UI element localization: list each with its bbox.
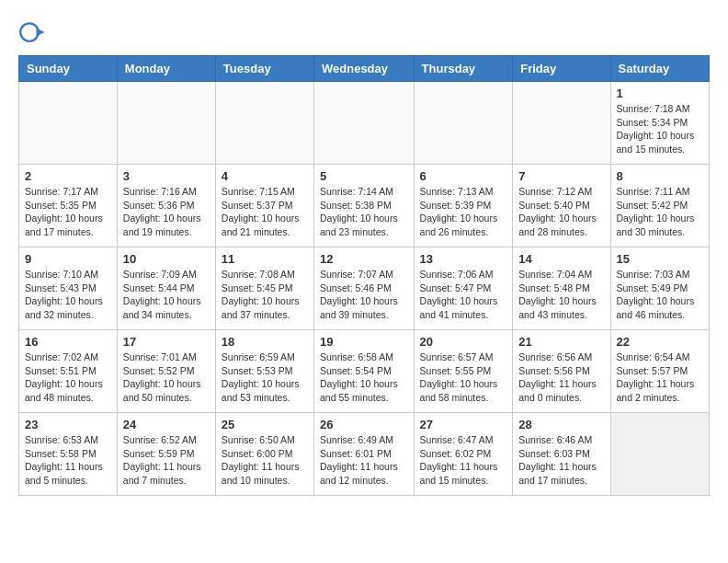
day-info: Sunrise: 7:07 AMSunset: 5:46 PMDaylight:…	[320, 268, 408, 322]
week-row-5: 23Sunrise: 6:53 AMSunset: 5:58 PMDayligh…	[19, 413, 710, 496]
calendar-cell: 7Sunrise: 7:12 AMSunset: 5:40 PMDaylight…	[513, 165, 610, 247]
day-number: 22	[617, 335, 703, 349]
day-number: 9	[25, 252, 111, 266]
calendar-cell: 19Sunrise: 6:58 AMSunset: 5:54 PMDayligh…	[314, 330, 415, 413]
day-info: Sunrise: 7:15 AMSunset: 5:37 PMDaylight:…	[222, 185, 308, 239]
day-info: Sunrise: 7:18 AMSunset: 5:34 PMDaylight:…	[617, 102, 703, 156]
day-number: 19	[320, 335, 408, 349]
calendar-cell: 10Sunrise: 7:09 AMSunset: 5:44 PMDayligh…	[117, 247, 215, 330]
day-number: 7	[518, 169, 604, 183]
day-number: 25	[222, 418, 308, 431]
calendar-cell: 1Sunrise: 7:18 AMSunset: 5:34 PMDaylight…	[610, 82, 709, 165]
day-info: Sunrise: 7:09 AMSunset: 5:44 PMDaylight:…	[123, 268, 210, 322]
day-number: 15	[617, 252, 703, 266]
calendar-cell: 22Sunrise: 6:54 AMSunset: 5:57 PMDayligh…	[610, 330, 709, 413]
calendar-cell	[414, 82, 513, 165]
calendar-cell: 26Sunrise: 6:49 AMSunset: 6:01 PMDayligh…	[314, 413, 415, 496]
svg-marker-1	[37, 29, 45, 37]
calendar-cell: 5Sunrise: 7:14 AMSunset: 5:38 PMDaylight…	[314, 165, 415, 247]
column-header-saturday: Saturday	[610, 56, 709, 82]
day-info: Sunrise: 7:06 AMSunset: 5:47 PMDaylight:…	[420, 268, 507, 322]
day-number: 4	[222, 169, 308, 183]
svg-point-0	[20, 23, 39, 41]
day-number: 2	[25, 169, 111, 183]
day-info: Sunrise: 6:47 AMSunset: 6:02 PMDaylight:…	[420, 433, 507, 488]
day-number: 14	[518, 252, 604, 266]
column-header-sunday: Sunday	[19, 56, 118, 82]
day-number: 5	[320, 169, 408, 183]
day-info: Sunrise: 6:53 AMSunset: 5:58 PMDaylight:…	[25, 433, 111, 488]
calendar-cell: 11Sunrise: 7:08 AMSunset: 5:45 PMDayligh…	[215, 247, 313, 330]
day-info: Sunrise: 6:56 AMSunset: 5:56 PMDaylight:…	[518, 350, 604, 405]
calendar-cell	[117, 82, 215, 165]
day-number: 17	[123, 335, 210, 349]
calendar-cell: 15Sunrise: 7:03 AMSunset: 5:49 PMDayligh…	[610, 247, 709, 330]
day-info: Sunrise: 6:58 AMSunset: 5:54 PMDaylight:…	[320, 350, 408, 405]
calendar-cell: 9Sunrise: 7:10 AMSunset: 5:43 PMDaylight…	[19, 247, 118, 330]
calendar-table: SundayMondayTuesdayWednesdayThursdayFrid…	[18, 55, 710, 496]
day-number: 6	[420, 169, 507, 183]
day-number: 21	[518, 335, 604, 349]
day-info: Sunrise: 6:54 AMSunset: 5:57 PMDaylight:…	[617, 350, 703, 405]
day-number: 26	[320, 418, 408, 431]
week-row-4: 16Sunrise: 7:02 AMSunset: 5:51 PMDayligh…	[19, 330, 710, 413]
column-header-monday: Monday	[117, 56, 215, 82]
calendar-cell: 6Sunrise: 7:13 AMSunset: 5:39 PMDaylight…	[414, 165, 513, 247]
logo-icon	[18, 18, 46, 46]
logo	[18, 18, 50, 46]
day-info: Sunrise: 6:59 AMSunset: 5:53 PMDaylight:…	[222, 350, 308, 405]
day-number: 1	[617, 86, 703, 100]
calendar-cell: 28Sunrise: 6:46 AMSunset: 6:03 PMDayligh…	[513, 413, 610, 496]
day-info: Sunrise: 6:49 AMSunset: 6:01 PMDaylight:…	[320, 433, 408, 488]
calendar-cell: 4Sunrise: 7:15 AMSunset: 5:37 PMDaylight…	[215, 165, 313, 247]
day-number: 27	[420, 418, 507, 431]
page-header	[18, 18, 710, 46]
calendar-cell: 3Sunrise: 7:16 AMSunset: 5:36 PMDaylight…	[117, 165, 215, 247]
day-number: 3	[123, 169, 210, 183]
calendar-cell	[215, 82, 313, 165]
day-info: Sunrise: 7:10 AMSunset: 5:43 PMDaylight:…	[25, 268, 111, 322]
day-number: 24	[123, 418, 210, 431]
day-number: 23	[25, 418, 111, 431]
calendar-cell	[610, 413, 709, 496]
day-info: Sunrise: 7:03 AMSunset: 5:49 PMDaylight:…	[617, 268, 703, 322]
week-row-2: 2Sunrise: 7:17 AMSunset: 5:35 PMDaylight…	[19, 165, 710, 247]
calendar-cell: 13Sunrise: 7:06 AMSunset: 5:47 PMDayligh…	[414, 247, 513, 330]
day-info: Sunrise: 7:01 AMSunset: 5:52 PMDaylight:…	[123, 350, 210, 405]
calendar-cell: 12Sunrise: 7:07 AMSunset: 5:46 PMDayligh…	[314, 247, 415, 330]
calendar-cell	[19, 82, 118, 165]
column-header-friday: Friday	[513, 56, 610, 82]
calendar-cell: 18Sunrise: 6:59 AMSunset: 5:53 PMDayligh…	[215, 330, 313, 413]
week-row-3: 9Sunrise: 7:10 AMSunset: 5:43 PMDaylight…	[19, 247, 710, 330]
day-info: Sunrise: 7:04 AMSunset: 5:48 PMDaylight:…	[518, 268, 604, 322]
day-info: Sunrise: 7:02 AMSunset: 5:51 PMDaylight:…	[25, 350, 111, 405]
calendar-cell: 24Sunrise: 6:52 AMSunset: 5:59 PMDayligh…	[117, 413, 215, 496]
calendar-cell: 14Sunrise: 7:04 AMSunset: 5:48 PMDayligh…	[513, 247, 610, 330]
day-info: Sunrise: 7:11 AMSunset: 5:42 PMDaylight:…	[617, 185, 703, 239]
calendar-cell: 16Sunrise: 7:02 AMSunset: 5:51 PMDayligh…	[19, 330, 118, 413]
day-number: 18	[222, 335, 308, 349]
day-number: 28	[518, 418, 604, 431]
column-header-thursday: Thursday	[414, 56, 513, 82]
day-info: Sunrise: 7:16 AMSunset: 5:36 PMDaylight:…	[123, 185, 210, 239]
day-info: Sunrise: 7:14 AMSunset: 5:38 PMDaylight:…	[320, 185, 408, 239]
day-info: Sunrise: 6:57 AMSunset: 5:55 PMDaylight:…	[420, 350, 507, 405]
day-number: 12	[320, 252, 408, 266]
day-number: 16	[25, 335, 111, 349]
day-info: Sunrise: 6:52 AMSunset: 5:59 PMDaylight:…	[123, 433, 210, 488]
calendar-header-row: SundayMondayTuesdayWednesdayThursdayFrid…	[19, 56, 710, 82]
day-info: Sunrise: 7:13 AMSunset: 5:39 PMDaylight:…	[420, 185, 507, 239]
calendar-cell: 23Sunrise: 6:53 AMSunset: 5:58 PMDayligh…	[19, 413, 118, 496]
calendar-cell: 17Sunrise: 7:01 AMSunset: 5:52 PMDayligh…	[117, 330, 215, 413]
day-number: 13	[420, 252, 507, 266]
calendar-cell: 20Sunrise: 6:57 AMSunset: 5:55 PMDayligh…	[414, 330, 513, 413]
calendar-cell: 27Sunrise: 6:47 AMSunset: 6:02 PMDayligh…	[414, 413, 513, 496]
column-header-wednesday: Wednesday	[314, 56, 415, 82]
day-number: 10	[123, 252, 210, 266]
day-info: Sunrise: 6:50 AMSunset: 6:00 PMDaylight:…	[222, 433, 308, 488]
column-header-tuesday: Tuesday	[215, 56, 313, 82]
calendar-cell: 2Sunrise: 7:17 AMSunset: 5:35 PMDaylight…	[19, 165, 118, 247]
calendar-cell: 21Sunrise: 6:56 AMSunset: 5:56 PMDayligh…	[513, 330, 610, 413]
calendar-cell	[314, 82, 415, 165]
day-info: Sunrise: 6:46 AMSunset: 6:03 PMDaylight:…	[518, 433, 604, 488]
